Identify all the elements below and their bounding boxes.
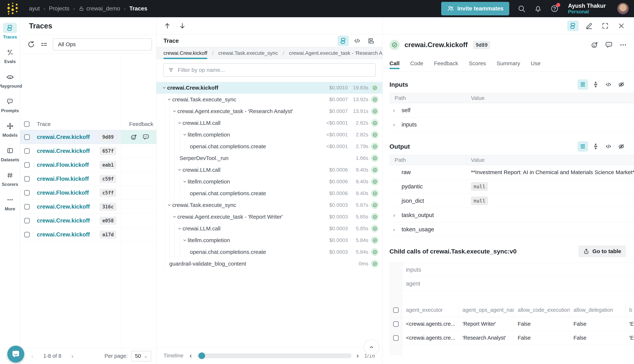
comment-icon[interactable] (605, 41, 613, 49)
trace-op-link[interactable]: crewai.Crew.kickoff (37, 134, 90, 140)
tree-node-row[interactable]: openai.chat.completions.create$0.00069.4… (156, 188, 382, 199)
trace-op-link[interactable]: crewai.Flow.kickoff (37, 176, 89, 182)
chevron-down-icon[interactable] (167, 199, 172, 211)
row-checkbox[interactable] (24, 134, 30, 140)
chevron-right-icon[interactable]: › (393, 226, 402, 232)
breadcrumb-user[interactable]: ayut (29, 5, 40, 12)
add-reaction-icon[interactable] (130, 134, 137, 140)
wandb-logo-icon[interactable] (7, 2, 19, 15)
chevron-right-icon[interactable]: › (393, 122, 402, 128)
trace-op-link[interactable]: crewai.Crew.kickoff (37, 217, 90, 224)
chat-support-button[interactable] (7, 346, 24, 362)
select-all-checkbox[interactable] (393, 307, 399, 313)
flame-view-button[interactable] (366, 36, 377, 46)
tree-node-row[interactable]: crewai.LLM.call<$0.00012.82s (156, 117, 382, 129)
sidebar-item-models[interactable]: Models (3, 121, 18, 138)
code-view-button[interactable] (603, 141, 614, 152)
chevron-down-icon[interactable] (183, 234, 188, 246)
trace-row[interactable]: crewai.Crew.kickoffe058 (20, 214, 156, 228)
tree-node-row[interactable]: litellm.completion$0.00069.40s (156, 176, 382, 188)
trace-op-link[interactable]: crewai.Crew.kickoff (37, 204, 90, 210)
hide-values-button[interactable] (616, 79, 627, 90)
invite-teammates-button[interactable]: Invite teammates (441, 2, 509, 16)
timeline-slider[interactable] (197, 353, 352, 358)
trace-row[interactable]: crewai.Flow.kickoffc59f (20, 172, 156, 186)
tree-node-row[interactable]: SerperDevTool._run1.66s (156, 152, 382, 164)
trace-row[interactable]: crewai.Crew.kickoff9d89 (20, 130, 156, 144)
tree-node-row[interactable]: guardrail-validate_blog_content0ms (156, 258, 382, 270)
tree-node-row[interactable]: crewai.Crew.kickoff$0.001019.83s (156, 82, 382, 94)
comment-icon[interactable] (142, 134, 149, 140)
tree-node-row[interactable]: openai.chat.completions.create<$0.00012.… (156, 140, 382, 152)
sidebar-item-playground[interactable]: Playground (0, 72, 22, 89)
show-trace-tree-button[interactable] (567, 20, 579, 31)
row-checkbox[interactable] (24, 190, 30, 196)
trace-row[interactable]: crewai.Crew.kickoffa17d (20, 228, 156, 242)
row-checkbox[interactable] (24, 176, 30, 182)
feedback-column-header[interactable]: Feedback (121, 121, 156, 127)
tree-node-row[interactable]: litellm.completion$0.00035.84s (156, 234, 382, 246)
per-page-select[interactable]: 50⌄ (131, 351, 151, 362)
row-checkbox[interactable] (24, 162, 30, 168)
chevron-down-icon[interactable] (167, 94, 172, 106)
tree-node-row[interactable]: openai.chat.completions.create$0.00035.8… (156, 246, 382, 258)
code-view-button[interactable] (352, 36, 363, 46)
breadcrumb-projects[interactable]: Projects (49, 5, 70, 12)
trace-row[interactable]: crewai.Crew.kickoff316c (20, 200, 156, 214)
expand-collapse-button[interactable] (590, 141, 601, 152)
notifications-bell-icon[interactable] (534, 4, 542, 13)
row-checkbox[interactable] (24, 232, 30, 237)
next-page-button[interactable]: › (67, 352, 78, 360)
row-checkbox[interactable] (24, 218, 30, 224)
go-to-table-button[interactable]: Go to table (578, 246, 626, 257)
child-table-row[interactable]: <crewai.agents.cre...'Report Writer'Fals… (390, 317, 634, 331)
help-icon[interactable] (550, 4, 559, 13)
add-reaction-icon[interactable] (591, 41, 598, 49)
call-id-badge[interactable]: 9d89 (473, 41, 490, 49)
chevron-right-icon[interactable]: › (393, 212, 402, 218)
chevron-down-icon[interactable] (177, 164, 183, 176)
trace-op-link[interactable]: crewai.Crew.kickoff (37, 148, 90, 154)
row-checkbox[interactable] (393, 321, 399, 327)
tree-view-button[interactable] (338, 36, 349, 46)
expanded-view-button[interactable] (577, 141, 588, 152)
child-column-header[interactable]: agent_ops_agent_nan (459, 303, 514, 317)
trace-row[interactable]: crewai.Flow.kickoffeab1 (20, 158, 156, 172)
avatar[interactable] (617, 3, 629, 14)
timeline-slider-knob[interactable] (198, 352, 205, 359)
code-view-button[interactable] (603, 79, 614, 90)
chevron-down-icon[interactable] (162, 82, 167, 94)
tab-call[interactable]: Call (390, 58, 400, 69)
expanded-view-button[interactable] (577, 79, 588, 90)
tree-node-row[interactable]: crewai.Agent.execute_task - 'Report Writ… (156, 211, 382, 223)
sidebar-item-scorers[interactable]: Scorers (2, 170, 18, 187)
tree-node-row[interactable]: crewai.LLM.call$0.00069.40s (156, 164, 382, 176)
tab-summary[interactable]: Summary (497, 58, 520, 69)
child-column-header[interactable]: b (625, 303, 634, 317)
tree-node-row[interactable]: crewai.Agent.execute_task - 'Research An… (156, 106, 382, 117)
trace-row[interactable]: crewai.Crew.kickoff657f (20, 144, 156, 158)
refresh-icon[interactable] (27, 40, 35, 48)
more-options-icon[interactable] (619, 41, 627, 49)
ops-filter-select[interactable]: All Ops (53, 38, 152, 50)
trace-row[interactable]: crewai.Flow.kickoffc5ff (20, 186, 156, 200)
trace-path-tab[interactable]: crewai.Crew.kickoff (163, 47, 207, 59)
close-icon[interactable] (616, 20, 627, 31)
sidebar-item-datasets[interactable]: Datasets (1, 146, 19, 162)
child-column-header[interactable]: agent_executor (402, 303, 459, 317)
sidebar-item-more[interactable]: More (3, 195, 17, 212)
fullscreen-icon[interactable] (599, 20, 611, 31)
edit-icon[interactable] (583, 20, 595, 31)
row-checkbox[interactable] (24, 148, 30, 154)
trace-op-link[interactable]: crewai.Flow.kickoff (37, 162, 89, 168)
hide-values-button[interactable] (616, 141, 627, 152)
collapse-panel-button[interactable] (364, 339, 379, 355)
tab-feedback[interactable]: Feedback (434, 58, 458, 69)
next-call-arrow-icon[interactable] (178, 22, 186, 30)
op-name-filter-input[interactable]: Filter by op name... (163, 63, 376, 77)
chevron-down-icon[interactable] (183, 176, 188, 188)
breadcrumb-project[interactable]: crewai_demo (79, 5, 120, 12)
chevron-down-icon[interactable] (177, 223, 183, 234)
chevron-down-icon[interactable] (177, 117, 183, 129)
chevron-down-icon[interactable] (183, 129, 188, 140)
